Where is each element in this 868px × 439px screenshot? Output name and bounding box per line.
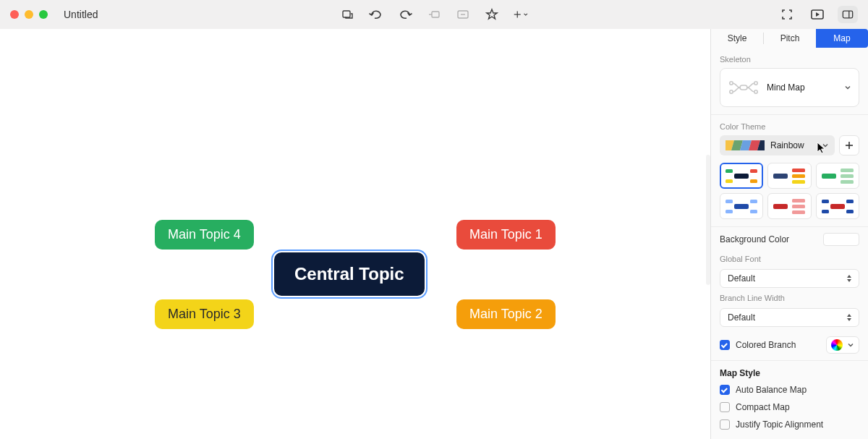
svg-point-11 [730,90,733,93]
stepper-icon [847,275,851,282]
svg-rect-42 [846,210,854,213]
branch-line-width-value: Default [728,312,843,323]
favorite-button[interactable] [482,6,502,23]
window-controls [10,10,48,19]
main-topic-1-node[interactable]: Main Topic 1 [456,220,556,250]
background-color-row: Background Color [711,227,868,252]
global-font-value: Default [728,273,843,284]
color-theme-select[interactable]: Rainbow [720,135,835,155]
svg-rect-33 [750,210,757,213]
svg-rect-18 [750,169,757,173]
sidebar-tabs: Style Pitch Map [711,29,868,48]
toolbar-center [337,6,531,23]
titlebar: Untitled [0,0,868,29]
auto-balance-label: Auto Balance Map [736,385,859,395]
svg-rect-16 [734,174,749,179]
color-wheel-icon [831,339,843,351]
main-topic-2-node[interactable]: Main Topic 2 [456,299,556,329]
justify-alignment-row: Justify Topic Alignment [711,416,868,433]
skeleton-value: Mind Map [767,82,837,93]
minimize-window-button[interactable] [25,10,33,19]
svg-rect-9 [740,85,747,90]
svg-rect-24 [792,180,805,184]
theme-preset-3[interactable] [816,163,859,189]
auto-balance-row: Auto Balance Map [711,381,868,398]
svg-rect-37 [792,210,805,214]
chevron-down-icon [822,142,829,149]
add-menu-button[interactable] [511,6,531,23]
global-font-select[interactable]: Default [720,269,859,288]
theme-preset-grid [720,163,859,219]
svg-rect-23 [792,174,805,178]
svg-rect-40 [846,200,854,203]
toolbar-right [777,6,858,23]
svg-rect-22 [792,169,805,172]
canvas-area[interactable]: Central Topic Main Topic 1 Main Topic 2 … [0,29,710,439]
undo-button[interactable] [366,6,386,23]
relationship-icon[interactable] [424,6,444,23]
svg-rect-28 [841,180,854,184]
toggle-sidebar-button[interactable] [838,6,858,23]
colored-branch-color-select[interactable] [826,336,859,354]
background-color-swatch[interactable] [823,233,859,246]
svg-rect-35 [792,199,805,203]
main-topic-4-node[interactable]: Main Topic 4 [155,220,254,250]
document-title: Untitled [64,9,98,20]
section-color-theme: Color Theme Rainbow [711,115,868,227]
theme-preset-1[interactable] [720,163,763,189]
justify-alignment-label: Justify Topic Alignment [736,419,859,430]
colored-branch-label: Colored Branch [736,340,796,350]
tab-map[interactable]: Map [816,29,868,48]
svg-rect-27 [841,174,854,178]
close-window-button[interactable] [10,10,19,19]
svg-rect-7 [843,11,852,18]
svg-rect-20 [750,179,757,183]
add-theme-button[interactable] [839,135,859,155]
sidebar: Style Pitch Map Skeleton Mind Map [710,29,868,439]
main-topic-3-node[interactable]: Main Topic 3 [155,299,254,329]
central-topic-node[interactable]: Central Topic [274,252,425,296]
theme-preset-2[interactable] [767,163,811,189]
redo-button[interactable] [395,6,415,23]
present-button[interactable] [807,6,827,23]
rainbow-swatch-icon [726,140,765,150]
fullscreen-button[interactable] [777,6,797,23]
auto-balance-checkbox[interactable] [720,385,730,395]
svg-rect-0 [343,11,350,17]
svg-point-10 [730,82,733,85]
justify-alignment-checkbox[interactable] [720,419,730,430]
svg-rect-34 [773,204,788,209]
chevron-down-icon [847,341,854,349]
zoom-window-button[interactable] [39,10,48,19]
theme-preset-5[interactable] [767,193,811,219]
svg-rect-26 [841,169,854,172]
background-color-label: Background Color [720,234,789,244]
colored-branch-row: Colored Branch [711,333,868,357]
map-style-heading: Map Style [711,361,868,381]
branch-line-width-select[interactable]: Default [720,308,859,327]
svg-rect-21 [773,174,788,179]
svg-rect-30 [726,200,733,203]
colored-branch-checkbox[interactable] [720,340,730,350]
color-theme-value: Rainbow [770,140,816,150]
svg-rect-38 [830,204,845,209]
boundary-icon[interactable] [453,6,473,23]
svg-rect-36 [792,205,805,208]
stepper-icon [847,314,851,321]
theme-preset-6[interactable] [816,193,859,219]
svg-rect-39 [822,200,829,203]
insert-topic-button[interactable] [337,6,357,23]
svg-rect-1 [432,12,439,17]
compact-map-checkbox[interactable] [720,402,730,412]
svg-rect-32 [726,210,733,213]
svg-rect-19 [726,179,733,183]
tab-pitch[interactable]: Pitch [764,29,816,48]
tab-style[interactable]: Style [711,29,763,48]
skeleton-select[interactable]: Mind Map [720,68,859,107]
svg-rect-29 [734,204,749,209]
color-theme-label: Color Theme [720,122,859,131]
mindmap-edges [0,29,217,137]
mindmap-structure-icon [728,79,760,96]
section-skeleton: Skeleton Mind Map [711,48,868,115]
theme-preset-4[interactable] [720,193,763,219]
